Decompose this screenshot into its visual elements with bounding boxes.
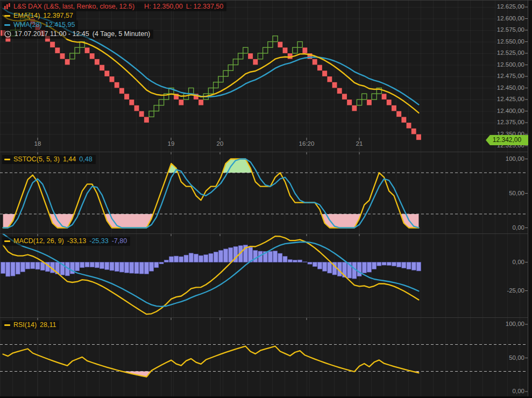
- renko-brick-down: [104, 70, 109, 76]
- instrument-title: L&S DAX (L&S, last, Renko, close, 12.5): [13, 3, 134, 10]
- renko-brick-down: [129, 99, 134, 105]
- ema-label: EMA(14): [13, 12, 40, 19]
- renko-brick-down: [179, 99, 183, 105]
- macd-histogram-bar: [26, 262, 30, 269]
- macd-histogram-bar: [134, 262, 139, 274]
- renko-brick-up: [214, 82, 218, 88]
- macd-histogram-bar: [36, 262, 40, 269]
- wma-value: 12.415,95: [45, 21, 75, 29]
- renko-brick-down: [124, 94, 129, 99]
- renko-brick-up: [268, 42, 273, 48]
- macd-histogram-bar: [382, 262, 386, 266]
- rsi-label: RSI(14): [13, 321, 37, 329]
- macd-value: -33,13: [67, 237, 86, 245]
- renko-brick-up: [362, 94, 367, 99]
- macd-histogram-bar: [40, 262, 45, 271]
- macd-histogram-bar: [199, 255, 203, 262]
- macd-histogram-bar: [303, 262, 307, 262]
- renko-brick-down: [313, 59, 317, 65]
- macd-histogram-bar: [6, 262, 10, 276]
- macd-histogram-bar: [16, 262, 20, 274]
- macd-histogram-bar: [229, 247, 233, 262]
- macd-histogram-bar: [100, 262, 104, 269]
- panel-separator-1: [0, 152, 528, 152]
- renko-brick-down: [367, 99, 372, 105]
- macd-legend[interactable]: MACD(12, 26, 9) -33,13 -25,33 -7,80: [2, 237, 130, 246]
- renko-brick-down: [322, 70, 327, 76]
- macd-histogram-bar: [75, 262, 80, 271]
- macd-histogram-bar: [169, 257, 173, 262]
- renko-brick-down: [327, 76, 332, 82]
- macd-histogram-bar: [323, 262, 327, 272]
- renko-brick-down: [60, 53, 65, 59]
- renko-brick-up: [263, 47, 268, 53]
- macd-histogram-bar: [407, 262, 411, 269]
- renko-brick-down: [65, 59, 70, 65]
- renko-brick-down: [95, 59, 100, 65]
- macd-histogram-bar: [273, 251, 278, 262]
- renko-brick-up: [208, 88, 213, 94]
- macd-signal-value: -25,33: [89, 237, 108, 245]
- macd-histogram-bar: [194, 254, 198, 262]
- renko-brick-up: [293, 47, 297, 53]
- macd-histogram-bar: [377, 262, 381, 266]
- macd-histogram-bar: [85, 262, 89, 267]
- session-high: H: 12.350,00: [144, 3, 183, 10]
- renko-brick-down: [412, 129, 416, 134]
- instrument-legend[interactable]: L&S DAX (L&S, last, Renko, close, 12.5) …: [2, 2, 226, 11]
- renko-brick-up: [238, 53, 243, 59]
- renko-brick-down: [392, 105, 396, 111]
- macd-histogram-bar: [125, 262, 129, 273]
- chart-window: 12.625,0012.600,0012.575,0012.550,0012.5…: [0, 0, 532, 398]
- renko-brick-up: [258, 53, 263, 59]
- renko-brick-down: [90, 53, 95, 59]
- macd-histogram-bar: [218, 251, 223, 262]
- renko-brick-up: [189, 88, 194, 94]
- rsi-legend[interactable]: RSI(14) 28,11: [2, 321, 59, 330]
- renko-brick-down: [100, 65, 104, 71]
- sstoc-legend[interactable]: SSTOC(5, 5, 3) 1,44 0,48: [2, 155, 96, 164]
- macd-histogram-bar: [372, 262, 377, 269]
- renko-brick-down: [50, 42, 55, 48]
- ema-legend[interactable]: EMA(14) 12.397,57: [2, 11, 76, 20]
- macd-hist-value: -7,80: [112, 237, 127, 245]
- clock-icon: [4, 31, 11, 38]
- renko-brick-up: [149, 111, 154, 117]
- price-axis-border[interactable]: [528, 0, 528, 396]
- macd-histogram-bar: [357, 262, 361, 276]
- renko-brick-down: [109, 76, 114, 82]
- renko-brick-down: [387, 99, 392, 105]
- macd-histogram-bar: [288, 260, 292, 262]
- period-info: (4 Tage, 5 Minuten): [93, 30, 150, 38]
- macd-histogram-bar: [115, 262, 119, 272]
- macd-histogram-bar: [278, 253, 282, 262]
- sstoc-d-value: 0,48: [79, 155, 92, 163]
- renko-brick-down: [278, 42, 282, 48]
- macd-histogram-bar: [184, 255, 188, 262]
- sstoc-color-swatch: [4, 159, 10, 160]
- renko-brick-down: [406, 123, 411, 129]
- macd-histogram-bar: [397, 262, 401, 267]
- macd-histogram-bar: [1, 262, 5, 274]
- renko-brick-up: [70, 53, 75, 59]
- renko-brick-down: [248, 53, 253, 59]
- chart-canvas[interactable]: [0, 0, 532, 398]
- timerange-legend: 17.07.2017 11:00 - 12:45 (4 Tage, 5 Minu…: [2, 30, 153, 39]
- indicator-line: [3, 346, 419, 377]
- macd-histogram-bar: [392, 262, 396, 266]
- renko-brick-up: [218, 76, 223, 82]
- renko-brick-up: [159, 99, 164, 105]
- renko-brick-down: [337, 88, 342, 94]
- macd-histogram-bar: [150, 262, 154, 272]
- macd-histogram-bar: [214, 252, 218, 262]
- macd-histogram-bar: [90, 262, 94, 267]
- rsi-value: 28,11: [40, 321, 56, 329]
- macd-label: MACD(12, 26, 9): [13, 237, 64, 245]
- macd-histogram-bar: [328, 262, 332, 273]
- wma-legend[interactable]: WMA(28) 12.415,95: [2, 20, 78, 30]
- panel-separator-3: [0, 317, 528, 318]
- macd-histogram-bar: [298, 260, 302, 262]
- instrument-icon: [4, 3, 10, 10]
- macd-histogram-bar: [95, 262, 99, 268]
- renko-brick-up: [223, 70, 228, 76]
